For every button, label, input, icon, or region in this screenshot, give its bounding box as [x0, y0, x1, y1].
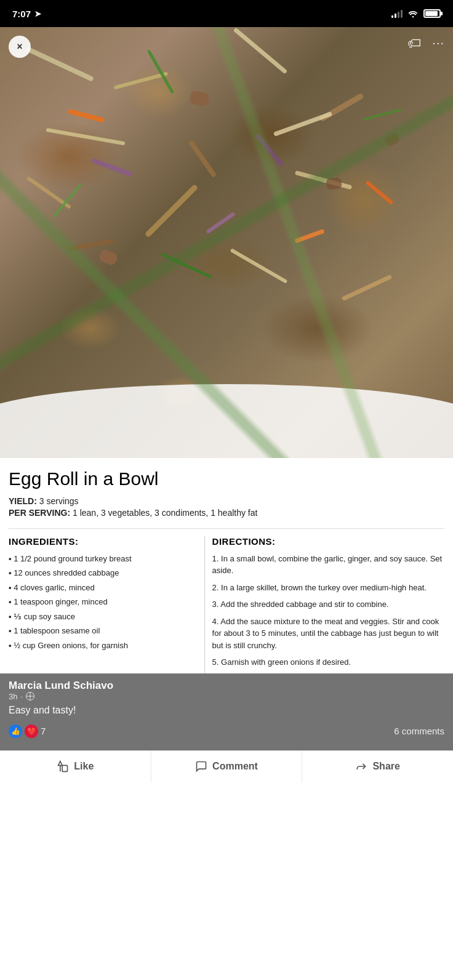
dot-separator: ·: [20, 692, 23, 701]
status-left: 7:07 ➤: [12, 9, 41, 19]
ingredient-item: ½ cup Green onions, for garnish: [9, 640, 197, 652]
ingredient-item: 4 cloves garlic, minced: [9, 582, 197, 594]
ingredient-item: 1 tablespoon sesame oil: [9, 625, 197, 637]
wifi-icon: [407, 9, 419, 18]
time-display: 7:07: [12, 9, 31, 19]
social-overlay: Marcia Lund Schiavo 3h · Easy and tasty!…: [0, 673, 453, 750]
ingredient-item: 12 ounces shredded cabbage: [9, 567, 197, 579]
like-label: Like: [74, 761, 94, 772]
reactions-row: 👍 ❤️ 7 6 comments: [9, 722, 444, 743]
share-label: Share: [372, 761, 399, 772]
comments-link[interactable]: 6 comments: [394, 726, 444, 736]
share-icon: [355, 760, 367, 773]
ingredient-item: 1 teaspoon ginger, minced: [9, 596, 197, 608]
direction-step-1: 1. In a small bowl, combine the garlic, …: [212, 553, 444, 577]
tag-button[interactable]: 🏷: [407, 36, 421, 52]
comment-label: Comment: [212, 761, 258, 772]
close-button[interactable]: ×: [9, 36, 31, 58]
yield-value: 3 servings: [39, 496, 79, 506]
love-emoji: ❤️: [25, 725, 38, 738]
author-name[interactable]: Marcia Lund Schiavo: [9, 680, 444, 692]
ingredients-header: INGREDIENTS:: [9, 536, 197, 547]
time-ago: 3h: [9, 692, 17, 701]
more-options-button[interactable]: ···: [432, 36, 444, 50]
food-texture: [0, 27, 453, 458]
like-emoji: 👍: [9, 725, 22, 738]
ingredient-item: 1 1/2 pound ground turkey breast: [9, 553, 197, 565]
recipe-columns: INGREDIENTS: 1 1/2 pound ground turkey b…: [9, 528, 444, 673]
comment-icon: [195, 760, 207, 773]
like-button[interactable]: Like: [0, 751, 151, 782]
status-right: [391, 9, 441, 18]
action-bar: Like Comment Share: [0, 750, 453, 782]
serving-line: PER SERVING: 1 lean, 3 vegetables, 3 con…: [9, 507, 444, 520]
svg-rect-0: [62, 765, 67, 771]
recipe-text: Egg Roll in a Bowl YIELD: 3 servings PER…: [0, 458, 453, 673]
battery-icon: [423, 9, 441, 18]
post-caption: Easy and tasty!: [9, 705, 444, 716]
direction-step-2: 2. In a large skillet, brown the turkey …: [212, 582, 444, 594]
like-icon: [57, 760, 69, 773]
reaction-count: 7: [41, 726, 46, 736]
ingredients-column: INGREDIENTS: 1 1/2 pound ground turkey b…: [9, 536, 205, 673]
direction-step-3: 3. Add the shredded cabbage and stir to …: [212, 598, 444, 611]
signal-icon: [391, 9, 403, 18]
bowl-rim: [0, 384, 453, 458]
direction-step-4: 4. Add the sauce mixture to the meat and…: [212, 616, 444, 652]
recipe-image: × 🏷 ···: [0, 27, 453, 458]
post-container: × 🏷 ··· Egg Roll in a Bowl YIELD: 3 serv…: [0, 27, 453, 980]
yield-label: YIELD:: [9, 496, 37, 506]
directions-column: DIRECTIONS: 1. In a small bowl, combine …: [205, 536, 444, 673]
serving-value: 1 lean, 3 vegetables, 3 condiments, 1 he…: [73, 508, 257, 518]
serving-label: PER SERVING:: [9, 508, 70, 518]
status-bar: 7:07 ➤: [0, 0, 453, 27]
recipe-title: Egg Roll in a Bowl: [9, 468, 444, 490]
post-body: Egg Roll in a Bowl YIELD: 3 servings PER…: [0, 458, 453, 782]
yield-line: YIELD: 3 servings: [9, 496, 444, 506]
directions-header: DIRECTIONS:: [212, 536, 444, 547]
location-arrow-icon: ➤: [34, 9, 41, 18]
direction-step-5: 5. Garnish with green onions if desired.: [212, 656, 444, 669]
post-meta: 3h ·: [9, 692, 444, 701]
comment-button[interactable]: Comment: [151, 751, 302, 782]
ingredient-item: ⅓ cup soy sauce: [9, 611, 197, 623]
reaction-emojis[interactable]: 👍 ❤️ 7: [9, 725, 46, 738]
share-button[interactable]: Share: [302, 751, 453, 782]
privacy-icon: [26, 692, 34, 701]
